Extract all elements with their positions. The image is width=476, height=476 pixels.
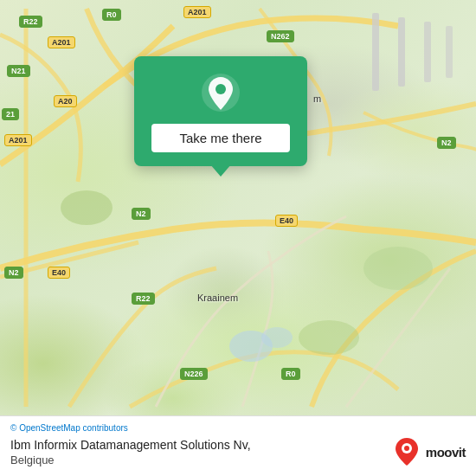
svg-point-7 [363,247,433,290]
road-label-21: 21 [2,108,19,120]
app-container: R22 R0 N21 A201 A201 A20 N262 A201 N2 E4… [0,0,476,476]
road-label-n2-mid: N2 [132,208,151,220]
road-label-a20: A20 [54,95,77,107]
moovit-brand-text: moovit [426,445,466,460]
footer: © OpenStreetMap contributors Ibm Informi… [0,415,476,476]
map-attribution: © OpenStreetMap contributors [10,423,466,433]
road-label-n262: N262 [267,30,294,42]
road-label-n2-right: N2 [437,137,456,149]
place-label-kraainem: Kraainem [197,293,238,303]
road-label-n2-bot: N2 [4,267,23,279]
moovit-pin-icon [391,436,422,467]
company-name: Ibm Informix Datamanagement Solutions Nv… [10,437,391,453]
attribution-text: © OpenStreetMap contributors [10,423,128,433]
road-label-r22-tl: R22 [19,16,42,28]
location-popup: Take me there [134,56,307,166]
road-label-a201-r: A201 [183,6,211,18]
place-label-zaventem: m [313,93,321,104]
svg-point-8 [299,320,359,355]
road-label-n21: N21 [7,65,30,77]
svg-point-10 [215,84,226,94]
road-label-r0-bot: R0 [281,368,300,380]
svg-rect-0 [372,13,379,91]
road-label-a201-mid: A201 [4,134,32,146]
road-label-r0-top: R0 [102,9,121,21]
company-country: Belgique [10,453,391,466]
svg-rect-1 [398,17,405,87]
road-label-a201-left: A201 [48,36,75,48]
moovit-logo: moovit [391,436,466,467]
svg-rect-3 [446,26,453,78]
svg-point-5 [261,327,293,348]
road-label-e40: E40 [275,215,298,227]
svg-point-6 [61,190,113,225]
road-label-r22-bot: R22 [132,293,155,305]
map-area: R22 R0 N21 A201 A201 A20 N262 A201 N2 E4… [0,0,476,415]
road-label-n226: N226 [180,368,208,380]
take-me-there-button[interactable]: Take me there [151,124,290,152]
company-info: Ibm Informix Datamanagement Solutions Nv… [10,437,391,466]
footer-content: Ibm Informix Datamanagement Solutions Nv… [10,436,466,467]
road-label-e40-bot: E40 [48,267,70,279]
svg-point-12 [404,446,409,451]
location-pin-icon [200,72,241,113]
svg-rect-2 [424,22,431,82]
